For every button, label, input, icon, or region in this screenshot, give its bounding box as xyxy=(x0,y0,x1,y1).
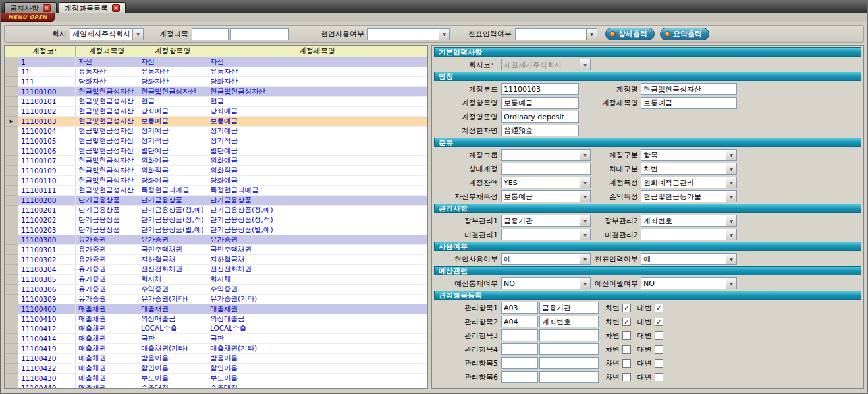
cell-detail-name[interactable]: 현금및현금성자산 xyxy=(207,86,427,96)
cell-account-code[interactable]: 11100422 xyxy=(18,363,76,373)
table-row[interactable]: 11100420매출채권받을어음받을어음 xyxy=(5,353,427,363)
table-row[interactable]: 11100302유가증권지하철공채지하철공채 xyxy=(5,254,427,264)
mgmt-item-name-input[interactable] xyxy=(539,357,599,369)
cell-detail-name[interactable]: 수출대전 xyxy=(207,383,427,389)
cell-item-name[interactable]: 받을어음 xyxy=(138,353,207,363)
summary-print-button[interactable]: 요약출력 xyxy=(660,28,709,40)
cell-detail-name[interactable]: 자산 xyxy=(207,57,427,67)
col-header-name[interactable]: 계정과목명 xyxy=(76,46,138,57)
cell-account-name[interactable]: 매출채권 xyxy=(76,383,138,389)
cell-detail-name[interactable]: 수익증권 xyxy=(207,284,427,294)
row-gutter[interactable] xyxy=(5,314,18,324)
cell-account-code[interactable]: 11100102 xyxy=(18,106,76,116)
cell-item-name[interactable]: 당좌자산 xyxy=(138,76,207,86)
table-row[interactable]: 11100430매출채권부도어음부도어음 xyxy=(5,373,427,383)
cell-account-name[interactable]: 매출채권 xyxy=(76,304,138,314)
cell-account-code[interactable]: 11100410 xyxy=(18,314,76,324)
cell-account-name[interactable]: 유가증권 xyxy=(76,235,138,244)
cell-account-name[interactable]: 유동자산 xyxy=(76,67,138,76)
debit-checkbox[interactable] xyxy=(622,359,631,368)
account-item-input[interactable] xyxy=(501,97,579,109)
cell-account-code[interactable]: 1 xyxy=(18,57,76,67)
row-gutter[interactable] xyxy=(5,363,18,373)
cell-account-name[interactable]: 자산 xyxy=(76,57,138,67)
cell-item-name[interactable]: 국민주택채권 xyxy=(138,244,207,254)
account-balance-combo[interactable]: YES ▼ xyxy=(501,177,591,188)
cell-account-code[interactable]: 11100107 xyxy=(18,155,76,165)
cell-detail-name[interactable]: 유가증권 xyxy=(207,235,427,244)
table-row[interactable]: 11100202단기금융상품단기금융상품(정,적)단기금융상품(정,적) xyxy=(5,215,427,225)
cell-item-name[interactable]: 매출채권(기타) xyxy=(138,343,207,353)
row-gutter[interactable] xyxy=(5,373,18,383)
debit-checkbox[interactable]: ✓ xyxy=(622,304,631,312)
cell-account-name[interactable]: 매출채권 xyxy=(76,343,138,353)
cell-account-code[interactable]: 11100103 xyxy=(18,116,76,126)
table-row[interactable]: 11100104현금및현금성자산정기예금정기예금 xyxy=(5,126,427,136)
cell-account-code[interactable]: 11100305 xyxy=(18,274,76,284)
row-gutter[interactable] xyxy=(5,185,18,195)
table-row[interactable]: 11100200단기금융상품단기금융상품단기금융상품 xyxy=(5,195,427,205)
cell-detail-name[interactable]: 단기금융상품 xyxy=(207,195,427,205)
table-row[interactable]: 11100419매출채권매출채권(기타)매출채권(기타) xyxy=(5,343,427,353)
cell-account-name[interactable]: 현금및현금성자산 xyxy=(76,106,138,116)
table-row[interactable]: 11100106현금및현금성자산별단예금별단예금 xyxy=(5,146,427,155)
pending-mgmt2-combo[interactable]: ▼ xyxy=(641,229,737,240)
account-code-input[interactable] xyxy=(501,83,579,95)
table-row[interactable]: 11100101현금및현금성자산현금현금 xyxy=(5,96,427,106)
cell-account-name[interactable]: 유가증권 xyxy=(76,274,138,284)
debit-checkbox[interactable] xyxy=(622,345,631,354)
cell-account-code[interactable]: 11100440 xyxy=(18,383,76,389)
table-row[interactable]: 11100203단기금융상품단기금융상품(별,예)단기금융상품(별,예) xyxy=(5,225,427,235)
detail-print-button[interactable]: 상세출력 xyxy=(605,28,655,40)
cell-account-name[interactable]: 매출채권 xyxy=(76,363,138,373)
cell-item-name[interactable]: 부도어음 xyxy=(138,373,207,383)
mgmt-item-name-input[interactable] xyxy=(539,302,599,314)
company-select[interactable]: 제일제지주식회사 ▼ xyxy=(70,28,144,40)
cell-account-code[interactable]: 11100412 xyxy=(18,324,76,333)
account-detail-input[interactable] xyxy=(641,97,737,109)
cell-account-code[interactable]: 11100202 xyxy=(18,215,76,225)
table-row[interactable]: 11100309유가증권유가증권(기타)유가증권(기타) xyxy=(5,294,427,304)
cell-item-name[interactable]: 지하철공채 xyxy=(138,254,207,264)
cell-account-name[interactable]: 매출채권 xyxy=(76,373,138,383)
cell-detail-name[interactable]: 현금 xyxy=(207,96,427,106)
cell-detail-name[interactable]: 특정현금과예금 xyxy=(207,185,427,195)
cell-account-code[interactable]: 11100309 xyxy=(18,294,76,304)
row-gutter[interactable] xyxy=(5,96,18,106)
table-row[interactable]: 11100414매출채권국판국판 xyxy=(5,333,427,343)
table-row[interactable]: 11100305유가증권회사채회사채 xyxy=(5,274,427,284)
cell-account-name[interactable]: 매출채권 xyxy=(76,333,138,343)
row-gutter[interactable] xyxy=(5,294,18,304)
mgmt-item-code-input[interactable] xyxy=(501,316,538,327)
cell-detail-name[interactable]: LOCAL수출 xyxy=(207,324,427,333)
cell-account-name[interactable]: 단기금융상품 xyxy=(76,205,138,215)
table-row[interactable]: 11100304유가증권전신전화채권전신전화채권 xyxy=(5,264,427,274)
cell-account-name[interactable]: 현금및현금성자산 xyxy=(76,185,138,195)
tab-notice[interactable]: 공지사항 × xyxy=(4,2,57,13)
cell-item-name[interactable]: 단기금융상품(별,예) xyxy=(138,225,207,235)
cell-account-code[interactable]: 11 xyxy=(18,67,76,76)
cell-account-name[interactable]: 유가증권 xyxy=(76,294,138,304)
cell-item-name[interactable]: 특정현금과예금 xyxy=(138,185,207,195)
cell-item-name[interactable]: 단기금융상품 xyxy=(138,195,207,205)
debit-credit-type-combo[interactable]: 차변 ▼ xyxy=(641,163,737,175)
col-header-code[interactable]: 계정코드 xyxy=(18,46,76,57)
cell-detail-name[interactable]: 당좌예금 xyxy=(207,106,427,116)
cell-account-name[interactable]: 유가증권 xyxy=(76,254,138,264)
cell-account-code[interactable]: 11100306 xyxy=(18,284,76,294)
cell-account-name[interactable]: 현금및현금성자산 xyxy=(76,136,138,146)
cell-detail-name[interactable]: 매출채권 xyxy=(207,304,427,314)
mgmt-item-name-input[interactable] xyxy=(539,371,599,383)
debit-checkbox[interactable] xyxy=(622,373,631,381)
menu-open-button[interactable]: MENU OPEN xyxy=(1,13,55,22)
account-name-filter-input[interactable] xyxy=(230,28,289,40)
cell-account-name[interactable]: 당좌자산 xyxy=(76,76,138,86)
cell-item-name[interactable]: 유가증권(기타) xyxy=(138,294,207,304)
credit-checkbox[interactable] xyxy=(655,345,663,354)
cell-account-name[interactable]: 현금및현금성자산 xyxy=(76,96,138,106)
row-gutter[interactable] xyxy=(5,304,18,314)
cell-account-code[interactable]: 11100302 xyxy=(18,254,76,264)
profit-loss-trait-combo[interactable]: 현금및현금등가물 ▼ xyxy=(641,190,737,202)
cell-account-code[interactable]: 11100301 xyxy=(18,244,76,254)
table-row[interactable]: 11100107현금및현금성자산외화예금외화예금 xyxy=(5,155,427,165)
